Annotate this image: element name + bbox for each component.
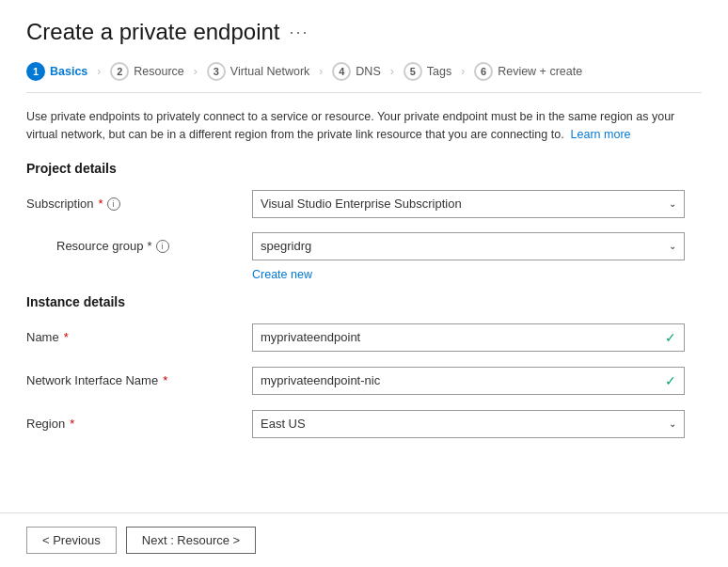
resource-group-value: spegridrg <box>261 239 311 253</box>
step-circle-basics: 1 <box>26 62 45 81</box>
name-label: Name * <box>26 330 252 344</box>
subscription-required: * <box>99 197 103 211</box>
step-circle-resource: 2 <box>110 62 129 81</box>
network-interface-required: * <box>163 373 167 387</box>
tab-review-create[interactable]: 6 Review + create <box>467 62 590 81</box>
tab-resource[interactable]: 2 Resource <box>103 62 192 81</box>
title-ellipsis: ··· <box>290 23 309 42</box>
region-arrow-icon: ⌄ <box>669 418 676 429</box>
page-title-row: Create a private endpoint ··· <box>26 19 702 45</box>
name-input[interactable]: myprivateendpoint ✓ <box>252 323 685 352</box>
resource-group-content: Resource group * i spegridrg ⌄ Create ne… <box>56 232 702 281</box>
page-title: Create a private endpoint <box>26 19 280 45</box>
footer: < Previous Next : Resource > <box>0 512 728 567</box>
step-sep-4: › <box>388 65 396 78</box>
network-interface-row: Network Interface Name * myprivateendpoi… <box>26 366 702 396</box>
resource-group-label: Resource group * i <box>56 239 252 253</box>
region-value: East US <box>261 417 306 431</box>
page-container: Create a private endpoint ··· 1 Basics ›… <box>0 0 728 567</box>
main-content: Create a private endpoint ··· 1 Basics ›… <box>0 0 728 512</box>
tab-virtual-network[interactable]: 3 Virtual Network <box>199 62 318 81</box>
step-circle-review: 6 <box>474 62 493 81</box>
next-button[interactable]: Next : Resource > <box>126 527 256 554</box>
learn-more-link[interactable]: Learn more <box>571 128 631 141</box>
network-interface-check-icon: ✓ <box>665 373 676 388</box>
step-circle-vnet: 3 <box>207 62 226 81</box>
step-label-basics: Basics <box>50 65 87 78</box>
network-interface-input[interactable]: myprivateendpoint-nic ✓ <box>252 367 685 395</box>
tab-dns[interactable]: 4 DNS <box>324 62 388 81</box>
step-label-dns: DNS <box>356 65 380 78</box>
steps-bar: 1 Basics › 2 Resource › 3 Virtual Networ… <box>26 62 702 93</box>
step-circle-tags: 5 <box>404 62 422 81</box>
resource-group-info-icon[interactable]: i <box>156 240 169 253</box>
step-sep-1: › <box>95 65 103 78</box>
resource-group-row: Resource group * i spegridrg ⌄ Create ne… <box>26 232 702 281</box>
subscription-label: Subscription * i <box>26 197 252 211</box>
region-dropdown[interactable]: East US ⌄ <box>252 410 685 438</box>
step-label-vnet: Virtual Network <box>230 65 310 78</box>
step-sep-2: › <box>192 65 199 78</box>
step-label-review: Review + create <box>498 65 582 78</box>
resource-group-required: * <box>148 239 152 253</box>
network-interface-value: myprivateendpoint-nic <box>261 373 380 387</box>
step-circle-dns: 4 <box>332 62 351 81</box>
subscription-arrow-icon: ⌄ <box>669 198 676 209</box>
project-details-title: Project details <box>26 161 702 176</box>
region-control: East US ⌄ <box>252 410 685 438</box>
region-label: Region * <box>26 417 252 431</box>
step-label-resource: Resource <box>134 65 184 78</box>
name-row: Name * myprivateendpoint ✓ <box>26 323 702 353</box>
description-text: Use private endpoints to privately conne… <box>26 108 702 144</box>
network-interface-label: Network Interface Name * <box>26 373 252 387</box>
tab-basics[interactable]: 1 Basics <box>26 62 95 81</box>
previous-button[interactable]: < Previous <box>26 527 117 554</box>
subscription-info-icon[interactable]: i <box>107 197 120 211</box>
region-required: * <box>70 417 74 431</box>
instance-details-section: Instance details Name * myprivateendpoin… <box>26 294 702 439</box>
name-value: myprivateendpoint <box>261 330 360 344</box>
subscription-control: Visual Studio Enterprise Subscription ⌄ <box>252 190 685 218</box>
step-label-tags: Tags <box>427 65 451 78</box>
resource-group-arrow-icon: ⌄ <box>669 241 676 251</box>
tab-tags[interactable]: 5 Tags <box>396 62 459 81</box>
subscription-row: Subscription * i Visual Studio Enterpris… <box>26 189 702 219</box>
subscription-value: Visual Studio Enterprise Subscription <box>261 197 462 211</box>
region-row: Region * East US ⌄ <box>26 409 702 439</box>
step-sep-3: › <box>317 65 324 78</box>
subscription-dropdown[interactable]: Visual Studio Enterprise Subscription ⌄ <box>252 190 685 218</box>
name-check-icon: ✓ <box>665 330 676 345</box>
resource-group-control: spegridrg ⌄ <box>252 232 685 260</box>
instance-details-title: Instance details <box>26 294 702 309</box>
create-new-link[interactable]: Create new <box>252 268 312 281</box>
resource-group-dropdown[interactable]: spegridrg ⌄ <box>252 232 685 260</box>
network-interface-control: myprivateendpoint-nic ✓ <box>252 367 685 395</box>
step-sep-5: › <box>459 65 467 78</box>
name-control: myprivateendpoint ✓ <box>252 323 685 352</box>
name-required: * <box>64 330 69 344</box>
